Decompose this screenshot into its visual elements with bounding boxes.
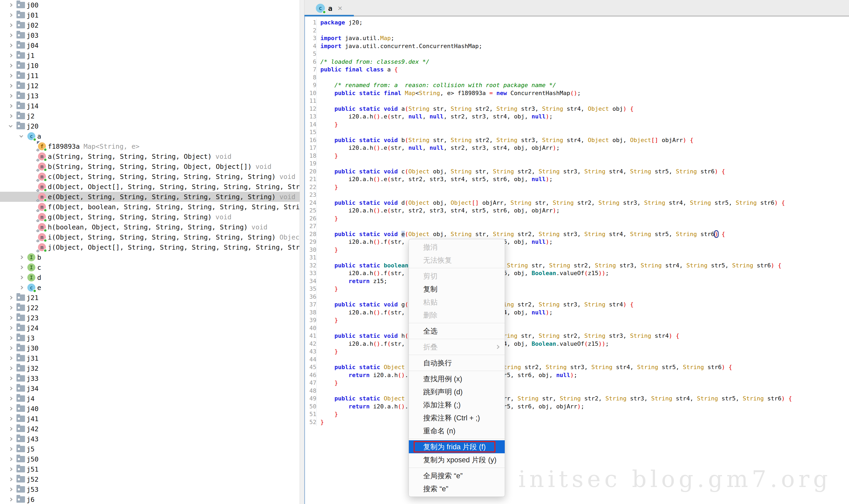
tab-class-a[interactable]: c a × bbox=[304, 0, 354, 16]
code-line[interactable]: 44 bbox=[305, 356, 849, 363]
code-line[interactable]: 11 bbox=[305, 97, 849, 105]
tree-row[interactable]: j53 bbox=[0, 484, 300, 494]
tree-row[interactable]: j22 bbox=[0, 303, 300, 313]
code-line[interactable]: 12 public static void a(String str, Stri… bbox=[305, 105, 849, 113]
tree-chevron-icon[interactable] bbox=[7, 498, 15, 501]
tree-row[interactable]: ma(String, String, String, String, Objec… bbox=[0, 151, 300, 161]
code-line[interactable]: 19 bbox=[305, 160, 849, 167]
tree-row[interactable]: j41 bbox=[0, 414, 300, 424]
code-line[interactable]: 42 i20.a.h().f(str, null, null, str2, st… bbox=[305, 340, 849, 348]
code-line[interactable]: 8 bbox=[305, 74, 849, 82]
code-line[interactable]: 52} bbox=[305, 418, 849, 426]
tree-row[interactable]: j51 bbox=[0, 464, 300, 474]
tree-row[interactable]: j02 bbox=[0, 20, 300, 30]
tree-row[interactable]: j3 bbox=[0, 333, 300, 343]
code-line[interactable]: 25 i20.a.h().e(str, str2, str3, str4, st… bbox=[305, 206, 849, 215]
tree-chevron-icon[interactable] bbox=[7, 347, 15, 349]
tree-chevron-icon[interactable] bbox=[7, 417, 15, 420]
code-line[interactable]: 3import java.util.Map; bbox=[305, 34, 849, 42]
tree-chevron-icon[interactable] bbox=[7, 337, 15, 339]
code-line[interactable]: 21 i20.a.h().e(str, str2, str3, str4, st… bbox=[305, 175, 849, 183]
tree-row[interactable]: j03 bbox=[0, 30, 300, 40]
tree-row[interactable]: j30 bbox=[0, 343, 300, 353]
tree-row[interactable]: j6 bbox=[0, 494, 300, 504]
tree-chevron-icon[interactable] bbox=[7, 125, 15, 127]
menu-item[interactable]: 搜索注释 (Ctrl + ;) bbox=[409, 411, 505, 424]
tree-chevron-icon[interactable] bbox=[7, 34, 15, 37]
menu-item[interactable]: 删除 bbox=[409, 309, 505, 322]
panel-splitter[interactable] bbox=[300, 0, 304, 504]
tree-chevron-icon[interactable] bbox=[7, 397, 15, 400]
tab-close-icon[interactable]: × bbox=[338, 4, 342, 12]
menu-item[interactable]: 无法恢复 bbox=[409, 254, 505, 267]
code-line[interactable]: 27 bbox=[305, 222, 849, 230]
tree-chevron-icon[interactable] bbox=[18, 256, 25, 259]
menu-item[interactable]: 查找用例 (x) bbox=[409, 372, 505, 385]
code-line[interactable]: 1package j20; bbox=[305, 19, 849, 26]
tree-row[interactable]: mf(Object, boolean, String, String, Stri… bbox=[0, 202, 300, 212]
tree-row[interactable]: mi(Object, String, String, String, Strin… bbox=[0, 232, 300, 242]
tree-chevron-icon[interactable] bbox=[7, 488, 15, 491]
tree-chevron-icon[interactable] bbox=[18, 136, 25, 137]
tree-row[interactable]: j40 bbox=[0, 403, 300, 414]
menu-item[interactable]: 自动换行 bbox=[409, 356, 505, 370]
menu-item[interactable]: 撤消 bbox=[409, 240, 505, 254]
tree-row[interactable]: j42 bbox=[0, 424, 300, 434]
tree-chevron-icon[interactable] bbox=[7, 458, 15, 461]
tree-row[interactable]: mg(Object, String, String, String, Strin… bbox=[0, 212, 300, 222]
code-line[interactable]: 38 i20.a.h().f(str, null, null, str2, st… bbox=[305, 309, 849, 317]
code-line[interactable]: 35 } bbox=[305, 285, 849, 293]
tree-row[interactable]: j33 bbox=[0, 373, 300, 383]
menu-item[interactable]: 添加注释 (;) bbox=[409, 398, 505, 411]
code-line[interactable]: 32 public static boolean f(Object obj, b… bbox=[305, 262, 849, 270]
tree-row[interactable]: j52 bbox=[0, 474, 300, 484]
code-line[interactable]: 36 bbox=[305, 293, 849, 301]
menu-item[interactable]: 复制为 frida 片段 (f) bbox=[409, 440, 505, 453]
tree-chevron-icon[interactable] bbox=[7, 438, 15, 440]
tree-chevron-icon[interactable] bbox=[7, 74, 15, 77]
tree-chevron-icon[interactable] bbox=[7, 367, 15, 370]
tree-row[interactable]: j10 bbox=[0, 60, 300, 71]
tree-row[interactable]: j34 bbox=[0, 383, 300, 394]
code-line[interactable]: 41 public static void h(boolean z15, Obj… bbox=[305, 332, 849, 340]
code-line[interactable]: 16 public static void b(String str, Stri… bbox=[305, 136, 849, 144]
tree-row[interactable]: j12 bbox=[0, 81, 300, 91]
tree-row[interactable]: j21 bbox=[0, 293, 300, 303]
code-line[interactable]: 39 } bbox=[305, 316, 849, 324]
tree-row[interactable]: ca bbox=[0, 131, 300, 141]
code-line[interactable]: 22 } bbox=[305, 183, 849, 191]
tree-chevron-icon[interactable] bbox=[7, 24, 15, 26]
code-line[interactable]: 51 } bbox=[305, 410, 849, 418]
tree-chevron-icon[interactable] bbox=[7, 296, 15, 299]
tree-chevron-icon[interactable] bbox=[7, 327, 15, 329]
tree-row[interactable]: mh(boolean, Object, String, String, Stri… bbox=[0, 222, 300, 232]
tree-chevron-icon[interactable] bbox=[7, 357, 15, 360]
menu-item[interactable]: 粘贴 bbox=[409, 295, 505, 309]
tree-row[interactable]: j2 bbox=[0, 111, 300, 121]
tree-row[interactable]: j1 bbox=[0, 51, 300, 60]
tree-row[interactable]: mc(Object, String, String, String, Strin… bbox=[0, 172, 300, 182]
code-line[interactable]: 43 } bbox=[305, 347, 849, 356]
tree-row[interactable]: mb(String, String, String, String, Objec… bbox=[0, 161, 300, 172]
tree-row[interactable]: j01 bbox=[0, 10, 300, 20]
code-line[interactable]: 49 public static Object j(Object obj, Ob… bbox=[305, 395, 849, 402]
code-line[interactable]: 18 } bbox=[305, 152, 849, 160]
tree-chevron-icon[interactable] bbox=[7, 85, 15, 87]
tree-chevron-icon[interactable] bbox=[7, 94, 15, 97]
tree-chevron-icon[interactable] bbox=[7, 448, 15, 450]
tree-row[interactable]: Id bbox=[0, 272, 300, 283]
tree-row[interactable]: Ib bbox=[0, 252, 300, 262]
code-line[interactable]: 48 bbox=[305, 387, 849, 395]
package-tree[interactable]: j00j01j02j03j04j1j10j11j12j13j14j2j20caf… bbox=[0, 0, 300, 504]
tree-row[interactable]: j4 bbox=[0, 394, 300, 403]
tree-chevron-icon[interactable] bbox=[18, 276, 25, 279]
tree-row[interactable]: j00 bbox=[0, 0, 300, 10]
code-line[interactable]: 24 public static void d(Object obj, Obje… bbox=[305, 199, 849, 207]
code-line[interactable]: 20 public static void c(Object obj, Stri… bbox=[305, 167, 849, 176]
tree-chevron-icon[interactable] bbox=[18, 266, 25, 269]
code-line[interactable]: 13 i20.a.h().e(str, null, null, str2, st… bbox=[305, 113, 849, 121]
menu-item[interactable]: 折叠 bbox=[409, 340, 505, 354]
menu-item[interactable]: 复制为 xposed 片段 (y) bbox=[409, 453, 505, 466]
code-line[interactable]: 4import java.util.concurrent.ConcurrentH… bbox=[305, 42, 849, 50]
tree-chevron-icon[interactable] bbox=[7, 4, 15, 6]
